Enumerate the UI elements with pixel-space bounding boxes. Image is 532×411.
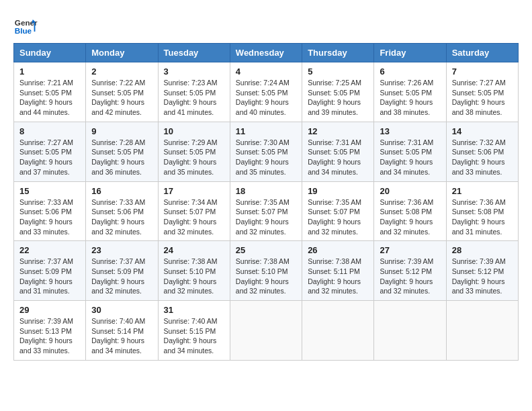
day-info: Sunrise: 7:32 AM Sunset: 5:06 PM Dayligh… <box>452 138 513 177</box>
calendar-cell: 21 Sunrise: 7:36 AM Sunset: 5:08 PM Dayl… <box>446 181 518 241</box>
day-info: Sunrise: 7:31 AM Sunset: 5:05 PM Dayligh… <box>308 138 368 177</box>
day-number: 1 <box>19 66 80 77</box>
day-number: 23 <box>91 245 152 255</box>
calendar-cell: 29 Sunrise: 7:39 AM Sunset: 5:13 PM Dayl… <box>14 301 86 361</box>
calendar-cell: 20 Sunrise: 7:36 AM Sunset: 5:08 PM Dayl… <box>374 181 446 241</box>
day-info: Sunrise: 7:22 AM Sunset: 5:05 PM Dayligh… <box>91 78 152 118</box>
calendar-cell: 30 Sunrise: 7:40 AM Sunset: 5:14 PM Dayl… <box>86 301 158 361</box>
header: General Blue <box>13 13 519 38</box>
calendar-cell: 23 Sunrise: 7:37 AM Sunset: 5:09 PM Dayl… <box>86 241 158 301</box>
week-row-4: 22 Sunrise: 7:37 AM Sunset: 5:09 PM Dayl… <box>14 241 519 301</box>
day-number: 17 <box>164 186 224 196</box>
calendar-cell: 10 Sunrise: 7:29 AM Sunset: 5:05 PM Dayl… <box>158 122 230 181</box>
calendar-cell: 1 Sunrise: 7:21 AM Sunset: 5:05 PM Dayli… <box>14 62 86 122</box>
day-info: Sunrise: 7:25 AM Sunset: 5:05 PM Dayligh… <box>308 78 368 118</box>
calendar-cell: 15 Sunrise: 7:33 AM Sunset: 5:06 PM Dayl… <box>14 181 86 241</box>
calendar-cell: 9 Sunrise: 7:28 AM Sunset: 5:05 PM Dayli… <box>86 122 158 181</box>
day-info: Sunrise: 7:37 AM Sunset: 5:09 PM Dayligh… <box>19 257 80 296</box>
day-info: Sunrise: 7:37 AM Sunset: 5:09 PM Dayligh… <box>91 257 152 296</box>
day-number: 9 <box>91 126 152 136</box>
calendar-cell: 14 Sunrise: 7:32 AM Sunset: 5:06 PM Dayl… <box>446 122 518 181</box>
day-header-friday: Friday <box>374 44 446 62</box>
day-info: Sunrise: 7:27 AM Sunset: 5:05 PM Dayligh… <box>19 138 80 177</box>
day-number: 28 <box>452 245 513 255</box>
day-info: Sunrise: 7:24 AM Sunset: 5:05 PM Dayligh… <box>236 78 296 118</box>
day-info: Sunrise: 7:35 AM Sunset: 5:07 PM Dayligh… <box>236 197 296 237</box>
calendar-cell: 26 Sunrise: 7:38 AM Sunset: 5:11 PM Dayl… <box>302 241 374 301</box>
day-header-thursday: Thursday <box>302 44 374 62</box>
day-number: 8 <box>19 126 80 136</box>
day-number: 7 <box>452 66 513 77</box>
calendar-cell: 3 Sunrise: 7:23 AM Sunset: 5:05 PM Dayli… <box>158 62 230 122</box>
day-info: Sunrise: 7:38 AM Sunset: 5:10 PM Dayligh… <box>164 257 224 296</box>
day-number: 13 <box>380 126 440 136</box>
day-header-monday: Monday <box>86 44 158 62</box>
calendar-cell: 22 Sunrise: 7:37 AM Sunset: 5:09 PM Dayl… <box>14 241 86 301</box>
day-number: 15 <box>19 186 80 196</box>
week-row-1: 1 Sunrise: 7:21 AM Sunset: 5:05 PM Dayli… <box>14 62 519 122</box>
page-container: General Blue SundayMondayTuesdayWednesda… <box>13 13 519 361</box>
day-number: 2 <box>91 66 152 77</box>
calendar-cell: 19 Sunrise: 7:35 AM Sunset: 5:07 PM Dayl… <box>302 181 374 241</box>
calendar-cell: 17 Sunrise: 7:34 AM Sunset: 5:07 PM Dayl… <box>158 181 230 241</box>
day-info: Sunrise: 7:26 AM Sunset: 5:05 PM Dayligh… <box>380 78 440 118</box>
week-row-5: 29 Sunrise: 7:39 AM Sunset: 5:13 PM Dayl… <box>14 301 519 361</box>
day-number: 24 <box>164 245 224 255</box>
calendar-cell: 25 Sunrise: 7:38 AM Sunset: 5:10 PM Dayl… <box>230 241 302 301</box>
day-info: Sunrise: 7:40 AM Sunset: 5:15 PM Dayligh… <box>164 316 224 356</box>
day-number: 10 <box>164 126 224 136</box>
day-number: 11 <box>236 126 296 136</box>
day-info: Sunrise: 7:30 AM Sunset: 5:05 PM Dayligh… <box>236 138 296 177</box>
day-info: Sunrise: 7:38 AM Sunset: 5:11 PM Dayligh… <box>308 257 368 296</box>
calendar-cell: 13 Sunrise: 7:31 AM Sunset: 5:05 PM Dayl… <box>374 122 446 181</box>
logo: General Blue <box>13 13 38 38</box>
day-info: Sunrise: 7:29 AM Sunset: 5:05 PM Dayligh… <box>164 138 224 177</box>
calendar-cell <box>230 301 302 361</box>
day-info: Sunrise: 7:21 AM Sunset: 5:05 PM Dayligh… <box>19 78 80 118</box>
day-number: 5 <box>308 66 368 77</box>
day-info: Sunrise: 7:34 AM Sunset: 5:07 PM Dayligh… <box>164 197 224 237</box>
day-info: Sunrise: 7:36 AM Sunset: 5:08 PM Dayligh… <box>380 197 440 237</box>
calendar-cell: 4 Sunrise: 7:24 AM Sunset: 5:05 PM Dayli… <box>230 62 302 122</box>
calendar-cell: 18 Sunrise: 7:35 AM Sunset: 5:07 PM Dayl… <box>230 181 302 241</box>
day-header-row: SundayMondayTuesdayWednesdayThursdayFrid… <box>14 44 519 62</box>
day-number: 30 <box>91 305 152 315</box>
calendar-cell: 11 Sunrise: 7:30 AM Sunset: 5:05 PM Dayl… <box>230 122 302 181</box>
calendar-cell: 2 Sunrise: 7:22 AM Sunset: 5:05 PM Dayli… <box>86 62 158 122</box>
day-number: 16 <box>91 186 152 196</box>
calendar-cell: 5 Sunrise: 7:25 AM Sunset: 5:05 PM Dayli… <box>302 62 374 122</box>
day-number: 22 <box>19 245 80 255</box>
day-header-sunday: Sunday <box>14 44 86 62</box>
day-info: Sunrise: 7:40 AM Sunset: 5:14 PM Dayligh… <box>91 316 152 356</box>
day-number: 3 <box>164 66 224 77</box>
day-header-saturday: Saturday <box>446 44 518 62</box>
calendar-cell: 7 Sunrise: 7:27 AM Sunset: 5:05 PM Dayli… <box>446 62 518 122</box>
day-info: Sunrise: 7:27 AM Sunset: 5:05 PM Dayligh… <box>452 78 513 118</box>
week-row-3: 15 Sunrise: 7:33 AM Sunset: 5:06 PM Dayl… <box>14 181 519 241</box>
day-info: Sunrise: 7:31 AM Sunset: 5:05 PM Dayligh… <box>380 138 440 177</box>
calendar-cell <box>374 301 446 361</box>
calendar-cell: 24 Sunrise: 7:38 AM Sunset: 5:10 PM Dayl… <box>158 241 230 301</box>
svg-text:Blue: Blue <box>15 26 32 35</box>
day-number: 4 <box>236 66 296 77</box>
day-number: 14 <box>452 126 513 136</box>
day-info: Sunrise: 7:39 AM Sunset: 5:12 PM Dayligh… <box>380 257 440 296</box>
calendar-cell: 6 Sunrise: 7:26 AM Sunset: 5:05 PM Dayli… <box>374 62 446 122</box>
day-number: 6 <box>380 66 440 77</box>
day-number: 27 <box>380 245 440 255</box>
day-number: 21 <box>452 186 513 196</box>
logo-icon: General Blue <box>13 13 38 38</box>
day-number: 26 <box>308 245 368 255</box>
calendar-cell: 12 Sunrise: 7:31 AM Sunset: 5:05 PM Dayl… <box>302 122 374 181</box>
day-number: 25 <box>236 245 296 255</box>
day-header-tuesday: Tuesday <box>158 44 230 62</box>
calendar-cell: 31 Sunrise: 7:40 AM Sunset: 5:15 PM Dayl… <box>158 301 230 361</box>
week-row-2: 8 Sunrise: 7:27 AM Sunset: 5:05 PM Dayli… <box>14 122 519 181</box>
day-info: Sunrise: 7:36 AM Sunset: 5:08 PM Dayligh… <box>452 197 513 237</box>
calendar-cell: 16 Sunrise: 7:33 AM Sunset: 5:06 PM Dayl… <box>86 181 158 241</box>
calendar-cell <box>446 301 518 361</box>
day-number: 20 <box>380 186 440 196</box>
day-info: Sunrise: 7:33 AM Sunset: 5:06 PM Dayligh… <box>91 197 152 237</box>
calendar-cell: 27 Sunrise: 7:39 AM Sunset: 5:12 PM Dayl… <box>374 241 446 301</box>
day-info: Sunrise: 7:38 AM Sunset: 5:10 PM Dayligh… <box>236 257 296 296</box>
